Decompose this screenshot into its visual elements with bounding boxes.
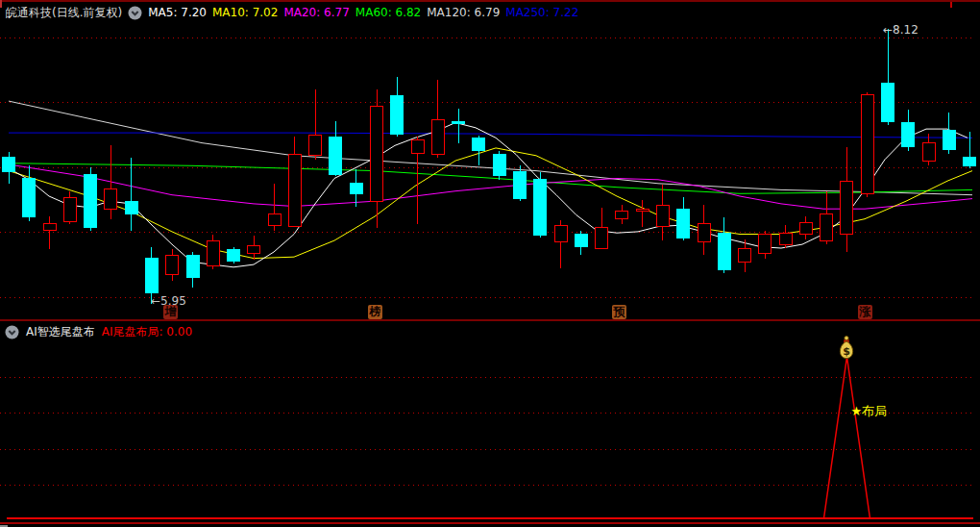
chevron-down-icon[interactable] bbox=[128, 6, 142, 20]
indicator-value: AI尾盘布局: 0.00 bbox=[102, 324, 192, 340]
ma250-label: MA250: 7.22 bbox=[505, 6, 578, 19]
candlestick-chart[interactable] bbox=[0, 0, 980, 527]
watermark-stamp: 预 bbox=[612, 305, 626, 319]
ma60-label: MA60: 6.82 bbox=[355, 6, 421, 19]
ma5-label: MA5: 7.20 bbox=[148, 6, 207, 19]
chevron-down-icon[interactable] bbox=[5, 325, 19, 339]
high-price-annotation: ←8.12 bbox=[883, 23, 919, 37]
ma20-label: MA20: 6.77 bbox=[283, 6, 349, 19]
watermark-stamp: 涨 bbox=[858, 305, 872, 319]
stock-app-window: 皖通科技(日线.前复权) MA5: 7.20 MA10: 7.02 MA20: … bbox=[0, 0, 980, 527]
main-chart-header: 皖通科技(日线.前复权) MA5: 7.20 MA10: 7.02 MA20: … bbox=[6, 4, 578, 21]
svg-text:$: $ bbox=[844, 345, 851, 358]
indicator-name: AI智选尾盘布 bbox=[26, 324, 95, 340]
watermark-stamp: 榜 bbox=[368, 305, 382, 319]
ma120-label: MA120: 6.79 bbox=[427, 6, 500, 19]
indicator-panel-header: AI智选尾盘布 AI尾盘布局: 0.00 bbox=[5, 324, 192, 340]
buy-signal-label: ★布局 bbox=[850, 403, 887, 420]
stock-title: 皖通科技(日线.前复权) bbox=[6, 5, 122, 21]
money-bag-icon: $ bbox=[836, 336, 857, 360]
low-price-annotation: ←5.95 bbox=[151, 294, 186, 308]
ma10-label: MA10: 7.02 bbox=[212, 6, 278, 19]
